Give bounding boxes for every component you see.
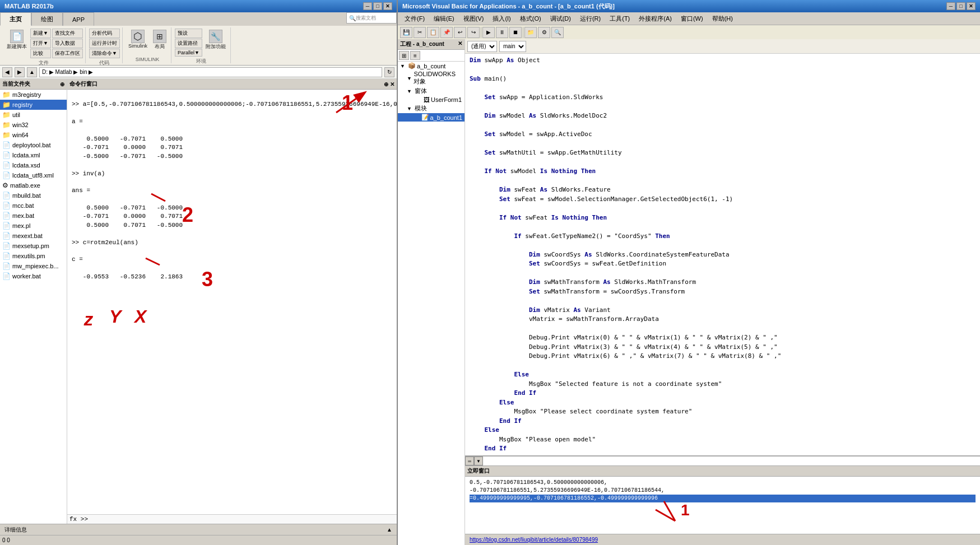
file-item-deploytool[interactable]: 📄 deploytool.bat [0, 140, 67, 150]
vba-copy-btn[interactable]: 📋 [427, 27, 439, 38]
vba-paste-btn[interactable]: 📌 [440, 27, 453, 38]
file-item-win32[interactable]: 📁 win32 [0, 120, 67, 130]
layout-btn[interactable]: ⊞ 布局 [151, 29, 169, 52]
file-name-mw-mpiexec: mw_mpiexec.b... [12, 263, 59, 269]
vba-break-btn[interactable]: ⏸ [496, 27, 508, 38]
vba-save-btn[interactable]: 💾 [400, 27, 412, 38]
new-btn[interactable]: 新建▼ [30, 29, 51, 38]
file-item-mex-pl[interactable]: 📄 mex.pl [0, 221, 67, 231]
file-icon-mex-bat: 📄 [2, 212, 11, 220]
file-item-util[interactable]: 📁 util [0, 110, 67, 120]
vba-redo-btn[interactable]: ↪ [467, 27, 480, 38]
tree-item-module1[interactable]: 📝 a_b_count1 [398, 113, 465, 122]
save-workspace-btn[interactable]: 保存工作区 [52, 49, 83, 58]
menu-run[interactable]: 运行(R) [575, 13, 605, 24]
matlab-maximize-btn[interactable]: □ [373, 2, 382, 10]
vba-maximize-btn[interactable]: □ [956, 2, 965, 10]
vba-minimize-btn[interactable]: ─ [946, 2, 955, 10]
vba-close-btn[interactable]: ✕ [967, 2, 976, 10]
file-item-mex-bat[interactable]: 📄 mex.bat [0, 211, 67, 221]
up-btn[interactable]: ▲ [27, 67, 37, 77]
parallel-btn[interactable]: Parallel▼ [175, 49, 202, 57]
vba-props-btn[interactable]: ⚙ [538, 27, 550, 38]
menu-help[interactable]: 帮助(H) [708, 13, 737, 24]
prefs-btn[interactable]: 预设 [175, 29, 202, 38]
cmd-content[interactable]: >> a=[0.5,-0.707106781186543,0.500000000… [67, 90, 397, 514]
cmd-line-6: -0.5000 -0.7071 -0.5000 [72, 153, 183, 160]
immediate-toggle-btn[interactable]: ▼ [474, 457, 483, 465]
tree-close-icon[interactable]: ✕ [458, 40, 462, 48]
file-item-registry[interactable]: 📁 registry [0, 100, 67, 110]
import-btn[interactable]: 导入数据 [52, 39, 83, 48]
tree-view-btn[interactable]: ⊞ [399, 51, 409, 60]
file-item-m3registry[interactable]: 📁 m3registry [0, 90, 67, 100]
matlab-window: MATLAB R2017b ─ □ ✕ 主页 绘图 APP 🔍 搜索文档 [0, 0, 398, 545]
vba-project-btn[interactable]: 📁 [524, 27, 537, 38]
search-box[interactable]: 🔍 搜索文档 [346, 12, 397, 24]
file-item-mexext[interactable]: 📄 mexext.bat [0, 231, 67, 241]
file-item-lcdata-utf8[interactable]: 📄 lcdata_utf8.xml [0, 170, 67, 180]
cmd-line-10: 0.5000 -0.7071 -0.5000 [72, 204, 183, 211]
compare-btn[interactable]: 比较 [30, 49, 51, 58]
menu-debug[interactable]: 调试(D) [546, 13, 575, 24]
proc-select[interactable]: main [499, 41, 526, 52]
menu-file[interactable]: 文件(F) [400, 13, 429, 24]
file-name-lcdata-xsd: lcdata.xsd [12, 162, 40, 169]
path-display[interactable]: D: ▶ Matlab ▶ bin ▶ [39, 67, 382, 77]
tree-item-solidworks[interactable]: ▼ SOLIDWORKS 对象 [398, 70, 465, 86]
file-item-mexsetup[interactable]: 📄 mexsetup.pm [0, 241, 67, 251]
vba-reset-btn[interactable]: ⏹ [509, 27, 522, 38]
clear-cmd-btn[interactable]: 清除命令▼ [89, 49, 120, 58]
file-item-mexutils[interactable]: 📄 mexutils.pm [0, 251, 67, 261]
menu-insert[interactable]: 插入(I) [488, 13, 515, 24]
file-item-worker[interactable]: 📄 worker.bat [0, 271, 67, 281]
tree-item-userform1[interactable]: 🖼 UserForm1 [398, 96, 465, 104]
tree-userform-icon: 🖼 [424, 96, 430, 103]
new-script-btn[interactable]: 📄 新建脚本 [4, 29, 29, 52]
find-files-btn[interactable]: 查找文件 [52, 29, 83, 38]
menu-view[interactable]: 视图(V) [459, 13, 489, 24]
matlab-close-btn[interactable]: ✕ [383, 2, 392, 10]
code-content[interactable]: Dim swApp As Object Sub main() Set swApp… [465, 54, 980, 455]
menu-format[interactable]: 格式(O) [515, 13, 546, 24]
tree-userform-label: UserForm1 [431, 96, 462, 103]
tab-app[interactable]: APP [63, 12, 94, 26]
tree-project-icon: 📦 [408, 62, 416, 69]
file-name-mexutils: mexutils.pm [12, 253, 45, 259]
file-item-mcc[interactable]: 📄 mcc.bat [0, 201, 67, 211]
forward-btn[interactable]: ▶ [15, 67, 25, 77]
scope-select[interactable]: (通用) [467, 41, 497, 52]
vba-objbrowser-btn[interactable]: 🔍 [551, 27, 564, 38]
status-detail: 详细信息 [4, 526, 27, 534]
menu-addins[interactable]: 外接程序(A) [634, 13, 676, 24]
tree-item-modules[interactable]: ▼ 模块 [398, 104, 465, 113]
tab-home[interactable]: 主页 [0, 12, 31, 26]
refresh-btn[interactable]: ↻ [384, 67, 394, 77]
file-item-mw-mpiexec[interactable]: 📄 mw_mpiexec.b... [0, 261, 67, 271]
back-btn[interactable]: ◀ [2, 67, 12, 77]
simulink-btn[interactable]: ⬡ Simulink [126, 29, 150, 50]
open-btn[interactable]: 打开▼ [30, 39, 51, 48]
tree-item-project[interactable]: ▼ 📦 a_b_count [398, 62, 465, 70]
immediate-content[interactable]: 0.5,-0.707106781186543,0.500000000000006… [465, 477, 980, 534]
run-timer-btn[interactable]: 运行并计时 [89, 39, 120, 48]
file-item-lcdata-xml[interactable]: 📄 lcdata.xml [0, 150, 67, 160]
vba-run-btn[interactable]: ▶ [482, 27, 495, 38]
file-item-mbuild[interactable]: 📄 mbuild.bat [0, 190, 67, 201]
immediate-split-btn[interactable]: ═ [465, 457, 474, 465]
vba-cut-btn[interactable]: ✂ [414, 27, 426, 38]
tree-toggle-btn[interactable]: ≡ [410, 51, 420, 60]
analyze-code-btn[interactable]: 分析代码 [89, 29, 120, 38]
file-item-matlab-exe[interactable]: ⚙ matlab.exe [0, 180, 67, 190]
menu-window[interactable]: 窗口(W) [676, 13, 708, 24]
tab-plot[interactable]: 绘图 [31, 12, 63, 26]
matlab-minimize-btn[interactable]: ─ [363, 2, 372, 10]
set-path-btn[interactable]: 设置路径 [175, 39, 202, 48]
file-item-lcdata-xsd[interactable]: 📄 lcdata.xsd [0, 160, 67, 170]
menu-tools[interactable]: 工具(T) [605, 13, 634, 24]
vba-undo-btn[interactable]: ↩ [454, 27, 466, 38]
menu-edit[interactable]: 编辑(E) [429, 13, 459, 24]
tree-item-forms[interactable]: ▼ 窗体 [398, 86, 465, 96]
addons-btn[interactable]: 🔧 附加功能 [203, 29, 228, 52]
file-item-win64[interactable]: 📁 win64 [0, 130, 67, 140]
